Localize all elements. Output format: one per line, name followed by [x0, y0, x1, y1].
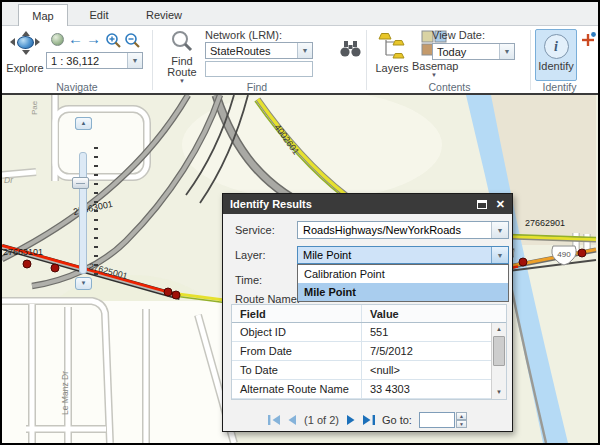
layer-combobox[interactable]: Mile Point ▼: [297, 246, 509, 264]
table-scrollbar[interactable]: ▲ ▼: [491, 323, 506, 399]
zoom-in-icon[interactable]: [105, 32, 121, 52]
previous-page-icon[interactable]: [288, 415, 297, 425]
service-value: RoadsHighways/NewYorkRoads: [298, 222, 491, 238]
tab-edit[interactable]: Edit: [74, 4, 124, 26]
view-date-dropdown-arrow-icon[interactable]: ▼: [499, 44, 514, 59]
zoom-slider-handle[interactable]: [72, 177, 89, 189]
route-label-27662901: 27662901: [525, 218, 565, 228]
network-combobox[interactable]: StateRoutes ▼: [205, 42, 313, 59]
scroll-up-icon[interactable]: ▲: [493, 324, 505, 335]
close-icon[interactable]: ✕: [496, 198, 505, 211]
group-label-navigate: Navigate: [12, 81, 142, 93]
cell-value: 33 4303: [362, 380, 506, 398]
explore-compass-icon[interactable]: [10, 32, 40, 54]
spinner-up-icon[interactable]: ▲: [456, 412, 467, 420]
identify-button[interactable]: i Identify: [535, 29, 577, 81]
last-page-icon[interactable]: [362, 415, 375, 425]
network-lrm-label: Network (LRM):: [205, 29, 282, 41]
previous-extent-icon[interactable]: ←: [68, 30, 83, 47]
group-separator: [152, 30, 153, 90]
compass-west-arrow: [10, 38, 15, 46]
scrollbar-thumb[interactable]: [493, 336, 505, 366]
basemap-dropdown-arrow-icon[interactable]: ▼: [412, 72, 456, 78]
scroll-down-icon[interactable]: ▼: [493, 387, 505, 398]
column-header-field[interactable]: Field: [232, 305, 362, 322]
scale-dropdown-arrow-icon[interactable]: ▼: [127, 53, 142, 68]
column-header-value[interactable]: Value: [362, 305, 506, 322]
goto-spinner: ▲ ▼: [456, 412, 467, 428]
group-separator: [366, 30, 367, 90]
dialog-titlebar[interactable]: Identify Results ✕: [223, 194, 512, 214]
mile-point-dot[interactable]: [172, 291, 180, 299]
compass-ball: [17, 36, 34, 49]
zoom-slider-bottom-button[interactable]: ▼: [75, 277, 92, 290]
zoom-out-icon[interactable]: [124, 32, 140, 52]
tab-map[interactable]: Map: [18, 4, 68, 26]
page-indicator: (1 of 2): [304, 414, 339, 426]
attributes-table: Field Value Object ID 551 From Date 7/5/…: [231, 304, 507, 400]
compass-south-arrow: [22, 50, 30, 55]
service-label: Service:: [235, 224, 275, 236]
explore-button-label[interactable]: Explore: [2, 62, 48, 74]
add-point-tool-icon[interactable]: [581, 32, 596, 51]
zoom-slider-top-button[interactable]: ▲: [75, 117, 92, 130]
layer-label: Layer:: [235, 249, 266, 261]
layer-value: Mile Point: [298, 247, 491, 263]
cell-field: From Date: [232, 342, 362, 360]
network-dropdown-arrow-icon[interactable]: ▼: [297, 43, 312, 58]
mile-point-dot[interactable]: [519, 258, 527, 266]
zoom-slider-ticks: [94, 147, 98, 275]
full-extent-globe-icon[interactable]: [51, 33, 64, 46]
network-value: StateRoutes: [206, 45, 297, 57]
cell-field: Alternate Route Name: [232, 380, 362, 398]
street-label-dr: Dr: [4, 175, 14, 185]
identify-results-dialog: Identify Results ✕ Service: RoadsHighway…: [222, 193, 513, 432]
cell-value: <null>: [362, 361, 506, 379]
spinner-down-icon[interactable]: ▼: [456, 420, 467, 428]
identify-info-icon: i: [544, 34, 569, 59]
service-dropdown-arrow-icon[interactable]: ▼: [491, 222, 508, 238]
find-route-magnifier-icon: [171, 30, 193, 52]
table-row[interactable]: Alternate Route Name 33 4303: [232, 380, 506, 399]
find-route-label: Find Route: [162, 56, 202, 78]
route-id-field[interactable]: [205, 61, 313, 77]
next-page-icon[interactable]: [346, 415, 355, 425]
goto-label: Go to:: [382, 414, 412, 426]
street-label-le-manz-dr: Le Manz Dr: [60, 371, 70, 415]
map-scale-combobox[interactable]: 1 : 36,112 ▼: [46, 52, 143, 69]
find-route-button[interactable]: Find Route ▼: [162, 30, 202, 88]
first-page-icon[interactable]: [268, 415, 281, 425]
service-combobox[interactable]: RoadsHighways/NewYorkRoads ▼: [297, 221, 509, 239]
cell-value: 7/5/2012: [362, 342, 506, 360]
binoculars-search-icon[interactable]: [339, 39, 362, 62]
basemap-label: Basemap: [412, 60, 456, 72]
tab-review[interactable]: Review: [134, 4, 194, 26]
group-label-identify: Identify: [522, 81, 597, 93]
maximize-icon[interactable]: [477, 200, 487, 209]
street-label-top: Pae: [30, 100, 39, 115]
map-scale-value: 1 : 36,112: [47, 55, 127, 67]
table-header-row: Field Value: [232, 305, 506, 323]
cell-value: 551: [362, 323, 506, 341]
dialog-title: Identify Results: [223, 198, 477, 210]
cell-field: To Date: [232, 361, 362, 379]
identify-button-label: Identify: [536, 60, 576, 72]
dropdown-option-calibration-point[interactable]: Calibration Point: [298, 265, 508, 283]
layers-button[interactable]: Layers: [374, 30, 410, 74]
table-row[interactable]: From Date 7/5/2012: [232, 342, 506, 361]
mile-point-dot[interactable]: [23, 260, 31, 268]
mile-point-dot[interactable]: [164, 288, 172, 296]
layers-tree-icon: [378, 30, 406, 60]
zoom-slider-track[interactable]: [79, 152, 87, 274]
table-row[interactable]: Object ID 551: [232, 323, 506, 342]
table-row[interactable]: To Date <null>: [232, 361, 506, 380]
layer-dropdown-arrow-icon[interactable]: ▼: [491, 247, 508, 263]
layer-dropdown-list: Calibration Point Mile Point: [297, 264, 509, 302]
next-extent-icon[interactable]: →: [86, 30, 101, 47]
dropdown-option-mile-point[interactable]: Mile Point: [298, 283, 508, 301]
ribbon: Explore ← → 1 : 36,112 ▼ Navigate Find R…: [2, 26, 598, 93]
mile-point-dot[interactable]: [578, 249, 586, 257]
results-pager: (1 of 2) Go to: ▲ ▼: [223, 410, 512, 430]
goto-input[interactable]: [419, 412, 455, 428]
view-date-combobox[interactable]: Today ▼: [432, 43, 515, 60]
